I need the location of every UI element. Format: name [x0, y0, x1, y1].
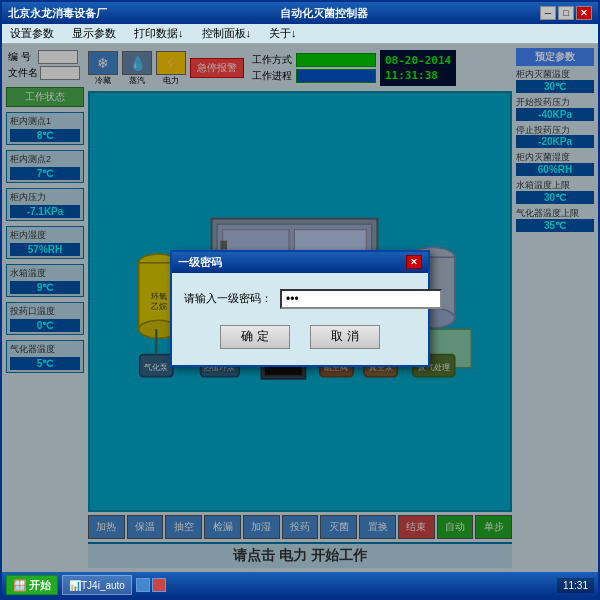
- start-button[interactable]: 🪟 开始: [6, 575, 58, 595]
- taskbar-tray: [136, 578, 166, 592]
- close-button[interactable]: ✕: [576, 6, 592, 20]
- taskbar-app-item[interactable]: 📊 TJ4i_auto: [62, 575, 132, 595]
- taskbar: 🪟 开始 📊 TJ4i_auto 11:31: [2, 572, 598, 598]
- modal-confirm-button[interactable]: 确 定: [220, 325, 290, 349]
- windows-icon: 🪟: [13, 579, 27, 592]
- maximize-button[interactable]: □: [558, 6, 574, 20]
- tray-icon-2: [152, 578, 166, 592]
- menu-item-settings[interactable]: 设置参数: [6, 25, 58, 42]
- modal-input-row: 请输入一级密码：: [184, 289, 416, 309]
- minimize-button[interactable]: ─: [540, 6, 556, 20]
- menubar: 设置参数 显示参数 打印数据↓ 控制面板↓ 关于↓: [2, 24, 598, 44]
- title-text-left: 北京永龙消毒设备厂: [8, 6, 107, 21]
- modal-titlebar: 一级密码 ✕: [172, 252, 428, 273]
- modal-title: 一级密码: [178, 255, 222, 270]
- modal-password-input[interactable]: [280, 289, 442, 309]
- modal-body: 请输入一级密码： 确 定 取 消: [172, 273, 428, 365]
- modal-overlay: 一级密码 ✕ 请输入一级密码： 确 定 取 消: [2, 44, 598, 572]
- taskbar-app-icon: 📊: [69, 580, 81, 591]
- menu-item-about[interactable]: 关于↓: [265, 25, 301, 42]
- modal-close-button[interactable]: ✕: [406, 255, 422, 269]
- taskbar-clock: 11:31: [557, 578, 594, 593]
- window-controls: ─ □ ✕: [540, 6, 592, 20]
- taskbar-app-label: TJ4i_auto: [81, 580, 125, 591]
- modal-dialog: 一级密码 ✕ 请输入一级密码： 确 定 取 消: [170, 250, 430, 367]
- title-bar: 北京永龙消毒设备厂 自动化灭菌控制器 ─ □ ✕: [2, 2, 598, 24]
- modal-cancel-button[interactable]: 取 消: [310, 325, 380, 349]
- menu-item-print[interactable]: 打印数据↓: [130, 25, 188, 42]
- start-label: 开始: [29, 578, 51, 593]
- main-content: 编 号 文件名 工作状态 柜内测点1 8℃ 柜内测点2 7℃ 柜内压力: [2, 44, 598, 572]
- main-window: 北京永龙消毒设备厂 自动化灭菌控制器 ─ □ ✕ 设置参数 显示参数 打印数据↓…: [0, 0, 600, 600]
- menu-item-control[interactable]: 控制面板↓: [198, 25, 256, 42]
- tray-icon-1: [136, 578, 150, 592]
- menu-item-display[interactable]: 显示参数: [68, 25, 120, 42]
- title-text-right: 自动化灭菌控制器: [280, 6, 368, 21]
- modal-input-label: 请输入一级密码：: [184, 291, 272, 306]
- modal-buttons: 确 定 取 消: [184, 325, 416, 349]
